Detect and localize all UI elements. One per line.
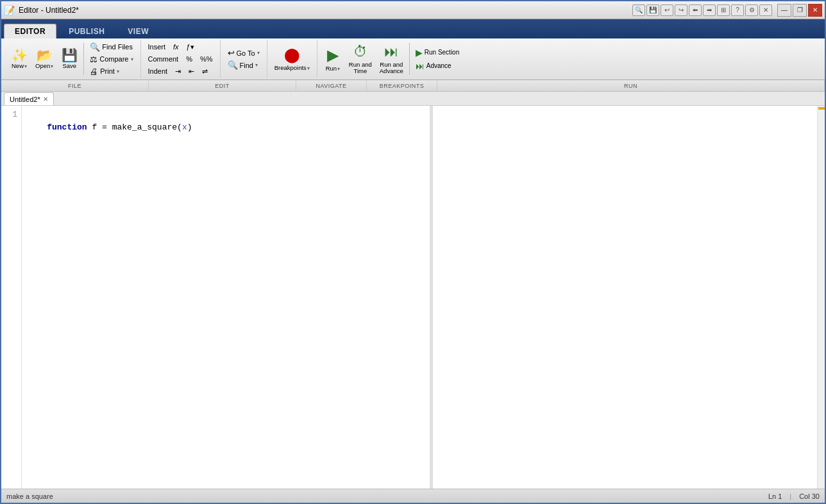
section-labels: FILE EDIT NAVIGATE BREAKPOINTS RUN — [1, 80, 825, 92]
tab-view[interactable]: VIEW — [117, 24, 160, 38]
close-small-icon[interactable]: ✕ — [759, 4, 772, 16]
find-files-label: Find Files — [102, 43, 133, 51]
comment-percent-label: % — [186, 55, 192, 63]
run-button[interactable]: ▶ Run ▾ — [321, 42, 344, 76]
breakpoints-button[interactable]: ⬤ Breakpoints ▾ — [271, 42, 313, 76]
indent-in-button[interactable]: ⇥ — [172, 65, 184, 77]
run-section-col: ▶ Run Section ⏭ Advance — [412, 46, 462, 72]
ln-info: Ln 1 — [768, 492, 782, 500]
print-arrow: ▾ — [117, 69, 119, 74]
indent-out-icon: ⇤ — [189, 67, 194, 76]
layout-icon[interactable]: ⊞ — [717, 4, 730, 16]
title-bar: 📝 Editor - Untitled2* 🔍 💾 ↩ ↪ ⬅ ➡ ⊞ ? ⚙ … — [1, 1, 825, 19]
insert-label: Insert — [148, 43, 166, 51]
tab-close-button[interactable]: ✕ — [43, 96, 48, 103]
breakpoints-label: Breakpoints — [274, 65, 307, 71]
breakpoints-section-label: BREAKPOINTS — [367, 80, 437, 91]
breakpoints-group: ⬤ Breakpoints ▾ — [267, 40, 317, 78]
run-and-time-button[interactable]: ⏱ Run and Time — [346, 42, 375, 76]
breakpoints-arrow: ▾ — [307, 65, 310, 71]
comment-button[interactable]: Comment — [145, 53, 182, 65]
print-button[interactable]: 🖨 Print ▾ — [87, 65, 136, 77]
code-text-1: f = make_a_square( — [87, 122, 182, 132]
ribbon-toolbar: ✨ New ▾ 📂 Open ▾ 💾 Save 🔍 Find Files ⚖ — [1, 38, 825, 80]
run-section-label: Run Section — [425, 49, 459, 56]
run-advance-icon: ⏭ — [384, 44, 398, 60]
app-icon: 📝 — [4, 5, 15, 15]
undo-icon[interactable]: ↩ — [661, 4, 673, 16]
compare-button[interactable]: ⚖ Compare ▾ — [87, 53, 136, 65]
indent-out-button[interactable]: ⇤ — [185, 65, 198, 77]
code-line-1: function f = make_a_square(x) — [47, 122, 192, 132]
navigate-section-label: NAVIGATE — [296, 80, 367, 91]
save-icon[interactable]: 💾 — [646, 4, 659, 16]
breakpoints-icon: ⬤ — [284, 47, 300, 63]
goto-button[interactable]: ↩ Go To ▾ — [224, 47, 263, 59]
indent-smart-button[interactable]: ⇌ — [199, 65, 211, 77]
indent-smart-icon: ⇌ — [202, 67, 208, 76]
new-icon: ✨ — [12, 49, 28, 62]
comment-block-label: %% — [200, 55, 213, 63]
edit-group: Insert fx ƒ▾ Comment % %% — [141, 40, 221, 78]
line-numbers: 1 — [1, 106, 22, 489]
find-files-button[interactable]: 🔍 Find Files — [87, 41, 136, 53]
scroll-marker — [818, 107, 825, 110]
tab-publish[interactable]: PUBLISH — [58, 24, 115, 38]
find-button[interactable]: 🔍 Find ▾ — [224, 60, 263, 71]
goto-icon: ↩ — [228, 48, 235, 58]
status-sep: | — [789, 492, 791, 500]
help-icon[interactable]: ? — [731, 4, 744, 16]
edit-section-label: EDIT — [149, 80, 296, 91]
settings-icon[interactable]: ⚙ — [745, 4, 758, 16]
tab-editor[interactable]: EDITOR — [4, 24, 56, 38]
status-message: make a square — [6, 492, 53, 500]
forward-icon[interactable]: ➡ — [703, 4, 716, 16]
col-label: Col — [799, 492, 810, 500]
minimize-button[interactable]: — — [777, 4, 791, 17]
tab-bar: Untitled2* ✕ — [1, 92, 825, 106]
indent-label: Indent — [148, 67, 168, 75]
save-button[interactable]: 💾 Save — [58, 42, 81, 76]
param-x: x — [182, 122, 187, 132]
file-tab-untitled2[interactable]: Untitled2* ✕ — [4, 92, 54, 105]
comment-label: Comment — [148, 55, 179, 63]
keyword-function: function — [47, 122, 87, 132]
navigate-col: ↩ Go To ▾ 🔍 Find ▾ — [224, 47, 263, 71]
code-editor[interactable]: function f = make_a_square(x) — [22, 106, 430, 489]
sep1 — [83, 43, 84, 75]
find-files-icon: 🔍 — [90, 42, 100, 52]
advance-button[interactable]: ⏭ Advance — [412, 60, 462, 72]
close-button[interactable]: ✕ — [808, 4, 822, 17]
col-info: Col 30 — [799, 492, 820, 500]
run-and-advance-button[interactable]: ⏭ Run and Advance — [376, 42, 407, 76]
open-label: Open — [35, 63, 50, 69]
window-title: Editor - Untitled2* — [19, 6, 79, 15]
run-section-label: RUN — [437, 80, 825, 91]
run-section-button[interactable]: ▶ Run Section — [412, 46, 462, 59]
fx-button[interactable]: fx — [170, 41, 182, 53]
comment-percent-button[interactable]: % — [183, 53, 196, 65]
run-sep — [409, 43, 410, 75]
comment-block-button[interactable]: %% — [197, 53, 216, 65]
new-button[interactable]: ✨ New ▾ — [8, 42, 31, 76]
search-icon[interactable]: 🔍 — [632, 4, 645, 16]
redo-icon[interactable]: ↪ — [675, 4, 687, 16]
title-right-icons: 🔍 💾 ↩ ↪ ⬅ ➡ ⊞ ? ⚙ ✕ — [632, 4, 772, 16]
advance-label: Advance — [426, 62, 451, 69]
goto-label: Go To — [237, 49, 255, 57]
find-arrow: ▾ — [255, 62, 258, 68]
indent-button[interactable]: Indent — [145, 65, 171, 77]
back-icon[interactable]: ⬅ — [689, 4, 702, 16]
indent-in-icon: ⇥ — [175, 67, 181, 76]
restore-button[interactable]: ❐ — [793, 4, 807, 17]
status-bar: make a square Ln 1 | Col 30 — [1, 489, 825, 503]
open-button[interactable]: 📂 Open ▾ — [32, 42, 56, 76]
insert-button[interactable]: Insert — [145, 41, 169, 53]
func-browser-button[interactable]: ƒ▾ — [183, 41, 198, 53]
compare-label: Compare — [99, 55, 128, 63]
window-controls: — ❐ ✕ — [777, 4, 822, 17]
editor-area: 1 function f = make_a_square(x) — [1, 106, 825, 489]
compare-icon: ⚖ — [90, 55, 97, 64]
print-icon: 🖨 — [90, 67, 98, 76]
save-label: Save — [62, 63, 76, 69]
